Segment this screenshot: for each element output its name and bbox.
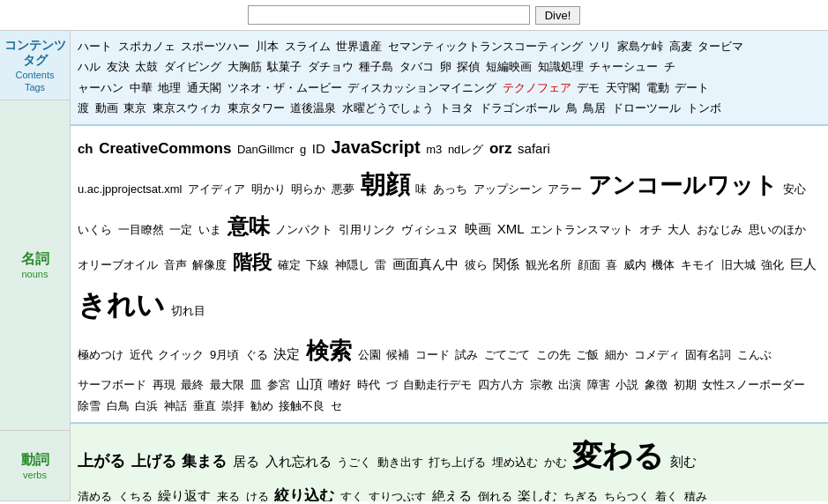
tag-item[interactable]: XML (497, 223, 525, 236)
tag-item[interactable]: ける (246, 490, 269, 501)
tag-item[interactable]: 朝顔 (361, 182, 410, 196)
tag-item[interactable]: スポカノェ (118, 40, 175, 53)
tag-item[interactable]: g (300, 143, 306, 156)
tag-item[interactable]: ch (78, 143, 93, 156)
tag-item[interactable]: 象徴 (645, 378, 668, 391)
tag-item[interactable]: ドローツール (612, 101, 681, 115)
dive-button[interactable]: Dive! (535, 6, 581, 25)
tag-item[interactable]: 自動走行デモ (403, 378, 472, 391)
tag-item[interactable]: 太鼓 (135, 60, 158, 73)
tag-item[interactable]: ノンパクト (275, 223, 332, 236)
tag-item[interactable]: 宗教 (530, 378, 553, 391)
tag-item[interactable]: DanGillmcr (237, 143, 294, 156)
tag-item[interactable]: 極めつけ (78, 348, 123, 361)
tag-item[interactable]: 確定 (278, 258, 301, 271)
search-input[interactable] (248, 5, 530, 25)
tag-item[interactable]: キモイ (681, 258, 715, 271)
tag-item[interactable]: ャーハン (78, 81, 123, 94)
tag-item[interactable]: 最大限 (210, 378, 244, 391)
tag-item[interactable]: 最終 (181, 378, 204, 391)
tag-item[interactable]: 勧め (250, 399, 273, 412)
tag-item[interactable]: サーフボード (78, 378, 146, 391)
tag-item[interactable]: 動画 (95, 101, 118, 115)
tag-item[interactable]: 探偵 (457, 60, 480, 73)
tag-item[interactable]: この先 (536, 348, 571, 361)
tag-item[interactable]: 嗜好 (328, 378, 351, 391)
tag-item[interactable]: スライム (285, 40, 331, 53)
tag-item[interactable]: セマンティックトランスコーティング (388, 40, 583, 53)
tag-item[interactable]: 友決 (107, 60, 130, 73)
tag-item[interactable]: 明かり (251, 182, 286, 196)
tag-item[interactable]: 意味 (228, 223, 270, 236)
tag-item[interactable]: 近代 (130, 348, 153, 361)
tag-item[interactable]: ドラゴンボール (480, 101, 560, 115)
tag-item[interactable]: スポーツハー (181, 40, 250, 53)
tag-item[interactable]: すく (340, 490, 363, 501)
tag-item[interactable]: 刻む (670, 456, 697, 469)
tag-item[interactable]: 引用リンク (339, 223, 396, 236)
tag-item[interactable]: 顔面 (578, 258, 600, 271)
tag-item[interactable]: 駄菓子 (267, 60, 302, 73)
tag-item[interactable]: 候補 (386, 348, 409, 361)
tag-item[interactable]: 一目瞭然 (118, 223, 164, 236)
tag-item[interactable]: 着く (655, 490, 678, 501)
tag-item[interactable]: 東京スウィカ (153, 101, 221, 115)
tag-item[interactable]: コメディ (634, 348, 680, 361)
tag-item[interactable]: 思いのほか (749, 223, 806, 236)
tag-item[interactable]: 解像度 (192, 258, 227, 271)
tag-item[interactable]: うごく (337, 456, 371, 469)
tag-item[interactable]: 倒れる (478, 490, 512, 501)
tag-item[interactable]: 除雪 (78, 399, 101, 412)
tag-item[interactable]: 旧大城 (721, 258, 756, 271)
tag-item[interactable]: ごてごて (484, 348, 530, 361)
tag-item[interactable]: 安心 (783, 182, 806, 196)
tag-item[interactable]: いま (198, 223, 221, 236)
tag-item[interactable]: 接触不良 (279, 399, 324, 412)
tag-item[interactable]: すりつぶす (369, 490, 426, 501)
tag-item[interactable]: セ (331, 399, 342, 412)
tag-item[interactable]: 小説 (615, 378, 638, 391)
tag-item[interactable]: 彼ら (465, 258, 488, 271)
tag-item[interactable]: 家島ケ峠 (617, 40, 663, 53)
tag-item[interactable]: 初期 (674, 378, 697, 391)
tag-item[interactable]: 機体 (652, 258, 675, 271)
tag-item[interactable]: 上げる (131, 456, 176, 469)
tag-item[interactable]: 鳥 (566, 101, 578, 115)
tag-item[interactable]: 細か (605, 348, 628, 361)
tag-item[interactable]: 下線 (306, 258, 329, 271)
tag-item[interactable]: 時代 (357, 378, 380, 391)
tag-item[interactable]: 上がる (78, 456, 125, 469)
tag-item[interactable]: u.ac.jpprojectsat.xml (78, 182, 183, 196)
tag-item[interactable]: オリーブオイル (78, 258, 158, 271)
tag-item[interactable]: 味 (415, 182, 427, 196)
tag-item[interactable]: 変わる (572, 456, 664, 469)
tag-item[interactable]: 中華 (130, 81, 153, 94)
tag-item[interactable]: エントランスマット (530, 223, 633, 236)
tag-item[interactable]: 固有名詞 (685, 348, 731, 361)
tag-item[interactable]: 種子島 (359, 60, 393, 73)
tag-item[interactable]: 高麦 (669, 40, 692, 53)
tag-item[interactable]: CreativeCommons (99, 143, 231, 156)
tag-item[interactable]: 天守閣 (606, 81, 640, 94)
tag-item[interactable]: 神隠し (335, 258, 369, 271)
tag-item[interactable]: 喜 (606, 258, 617, 271)
tag-item[interactable]: ダイビング (164, 60, 221, 73)
tag-item[interactable]: 来る (217, 490, 240, 501)
tag-item[interactable]: 四方八方 (478, 378, 524, 391)
tag-item[interactable]: ツネオ・ザ・ムービー (228, 81, 342, 94)
tag-item[interactable]: きれい (78, 304, 165, 317)
tag-item[interactable]: トンボ (687, 101, 721, 115)
tag-item[interactable]: 決定 (273, 348, 300, 361)
tag-item[interactable]: 巨人 (790, 258, 817, 271)
tag-item[interactable]: アイディア (188, 182, 245, 196)
tag-item[interactable]: 悪夢 (332, 182, 354, 196)
tag-item[interactable]: 画面真ん中 (392, 258, 459, 271)
tag-item[interactable]: 崇拝 (221, 399, 244, 412)
tag-item[interactable]: くちる (118, 490, 153, 501)
tag-item[interactable]: アップシーン (474, 182, 542, 196)
tag-item[interactable]: 楽しむ (518, 490, 557, 501)
tag-item[interactable]: チャーシュー (589, 60, 658, 73)
tag-item[interactable]: ちぎる (563, 490, 598, 501)
tag-item[interactable]: 9月頃 (210, 348, 239, 361)
tag-item[interactable]: アラー (548, 182, 582, 196)
